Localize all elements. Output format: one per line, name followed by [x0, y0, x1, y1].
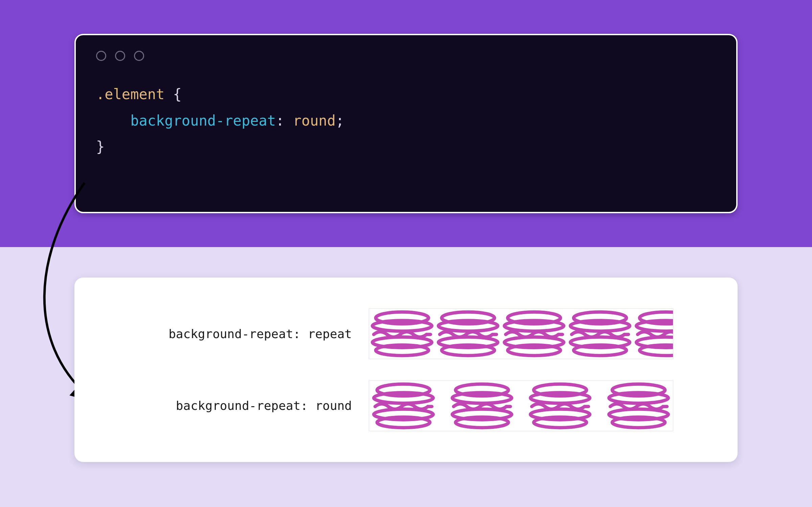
svg-point-1 — [373, 321, 432, 331]
svg-point-27 — [455, 417, 508, 427]
window-dot — [134, 51, 144, 61]
demo-row-repeat: background-repeat: repeat — [98, 308, 714, 359]
svg-point-33 — [609, 393, 668, 403]
macaron-icon-wrap — [369, 310, 435, 357]
macaron-icon-wrap — [501, 310, 567, 357]
svg-point-5 — [438, 321, 498, 331]
code-colon: : — [276, 112, 284, 129]
svg-point-15 — [574, 345, 627, 355]
window-dot — [96, 51, 106, 61]
svg-point-31 — [534, 417, 587, 427]
macaron-icon-wrap — [606, 382, 672, 429]
macaron-icon — [567, 310, 633, 357]
window-traffic-lights — [96, 51, 716, 61]
demo-round-box — [369, 380, 673, 431]
code-property: background-repeat — [130, 112, 276, 129]
macaron-icon — [633, 310, 673, 357]
macaron-icon-wrap — [633, 310, 673, 357]
code-block: .element { background-repeat: round; } — [96, 81, 716, 160]
demo-card: background-repeat: repeat background-rep… — [74, 278, 738, 462]
svg-point-17 — [636, 321, 673, 331]
macaron-icon — [370, 382, 436, 429]
window-dot — [115, 51, 125, 61]
demo-label-repeat: background-repeat: repeat — [98, 327, 355, 341]
svg-point-35 — [612, 417, 665, 427]
illustration-canvas: .element { background-repeat: round; } b… — [0, 0, 812, 507]
code-selector: .element — [96, 86, 164, 103]
code-close-brace: } — [96, 138, 105, 155]
svg-point-13 — [570, 321, 630, 331]
demo-label-round: background-repeat: round — [98, 399, 355, 413]
svg-point-25 — [452, 393, 511, 403]
svg-point-7 — [442, 345, 495, 355]
demo-repeat-box — [369, 308, 673, 359]
code-value: round — [293, 112, 336, 129]
svg-point-29 — [531, 393, 590, 403]
svg-point-21 — [374, 393, 433, 403]
macaron-icon — [501, 310, 567, 357]
svg-point-19 — [640, 345, 673, 355]
macaron-icon-wrap — [567, 310, 633, 357]
svg-point-9 — [504, 321, 564, 331]
svg-point-23 — [377, 417, 430, 427]
svg-point-11 — [508, 345, 561, 355]
code-open-brace: { — [173, 86, 182, 103]
macaron-icon — [369, 310, 435, 357]
svg-point-3 — [376, 345, 429, 355]
macaron-icon — [606, 382, 672, 429]
macaron-icon-wrap — [370, 382, 436, 429]
macaron-icon-wrap — [435, 310, 501, 357]
macaron-icon — [435, 310, 501, 357]
macaron-icon — [527, 382, 593, 429]
macaron-icon — [449, 382, 515, 429]
macaron-icon-wrap — [449, 382, 515, 429]
code-editor-card: .element { background-repeat: round; } — [74, 34, 738, 213]
code-semicolon: ; — [336, 112, 344, 129]
demo-row-round: background-repeat: round — [98, 380, 714, 431]
macaron-icon-wrap — [527, 382, 593, 429]
